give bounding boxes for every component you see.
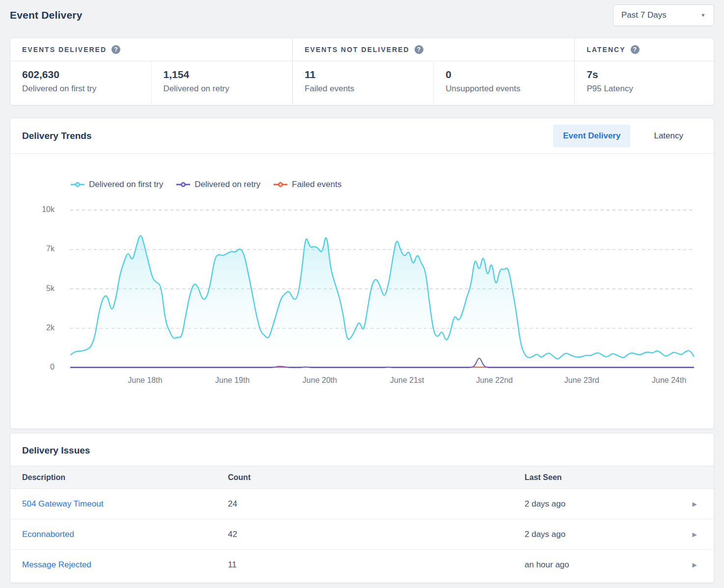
y-tick-label: 0 <box>50 363 55 372</box>
issue-description-link[interactable]: Econnaborted <box>22 530 228 539</box>
y-tick-label: 10k <box>42 205 55 214</box>
issue-last-seen: 2 days ago <box>525 530 687 539</box>
x-tick-label: June 22nd <box>460 376 529 385</box>
stat-group-1: EVENTS NOT DELIVERED?11Failed events0Uns… <box>292 38 574 105</box>
trends-chart-svg <box>70 209 694 369</box>
issues-table-body: 504 Gateway Timeout242 days ago▶Econnabo… <box>10 489 714 580</box>
x-tick-label: June 21st <box>373 376 442 385</box>
stat-cells: 11Failed events0Unsupported events <box>293 61 574 105</box>
y-axis: 02k5k7k10k <box>10 209 70 369</box>
chevron-down-icon: ▼ <box>700 13 706 18</box>
stat-label: Delivered on first try <box>22 84 151 94</box>
delivery-issues-card: Delivery Issues Description Count Last S… <box>10 433 714 583</box>
issues-table-header: Description Count Last Seen <box>10 466 714 489</box>
stat-value: 1,154 <box>164 69 293 80</box>
legend-marker-icon <box>176 182 191 187</box>
stat-label: Delivered on retry <box>164 84 293 94</box>
help-icon[interactable]: ? <box>415 45 423 54</box>
page-title: Event Delivery <box>10 9 83 21</box>
x-tick-label: June 24th <box>635 376 703 385</box>
y-tick-label: 7k <box>46 244 55 253</box>
stat-group-label: EVENTS DELIVERED <box>22 46 107 53</box>
trends-header: Delivery Trends Event DeliveryLatency <box>10 118 714 154</box>
stat-cell: 1,154Delivered on retry <box>151 61 293 105</box>
stats-summary-card: EVENTS DELIVERED?602,630Delivered on fir… <box>10 38 714 106</box>
column-count: Count <box>228 473 525 482</box>
chevron-right-icon[interactable]: ▶ <box>687 501 702 508</box>
stat-group-label: LATENCY <box>586 46 625 53</box>
stat-cells: 7sP95 Latency <box>575 61 714 105</box>
x-tick-label: June 20th <box>285 376 354 385</box>
stat-label: Failed events <box>305 84 433 94</box>
help-icon[interactable]: ? <box>631 45 640 54</box>
legend-label: Failed events <box>292 180 341 189</box>
legend-item-delivered-on-retry[interactable]: Delivered on retry <box>176 180 260 189</box>
x-tick-label: June 23rd <box>547 376 616 385</box>
issue-row[interactable]: Econnaborted422 days ago▶ <box>10 519 714 550</box>
column-last-seen: Last Seen <box>525 473 687 482</box>
stat-cell: 7sP95 Latency <box>575 61 714 105</box>
stat-value: 0 <box>446 69 574 80</box>
stat-group-header: EVENTS NOT DELIVERED? <box>293 38 574 61</box>
stat-group-0: EVENTS DELIVERED?602,630Delivered on fir… <box>10 38 292 105</box>
stat-cells: 602,630Delivered on first try1,154Delive… <box>10 61 292 105</box>
y-tick-label: 2k <box>46 323 55 332</box>
stat-value: 11 <box>305 69 433 80</box>
chevron-right-icon[interactable]: ▶ <box>687 531 702 538</box>
stat-label: Unsupported events <box>446 84 574 94</box>
issue-description-link[interactable]: 504 Gateway Timeout <box>22 499 228 509</box>
time-range-value: Past 7 Days <box>621 10 667 20</box>
page: Event Delivery Past 7 Days ▼ EVENTS DELI… <box>0 0 724 583</box>
x-tick-label: June 18th <box>111 376 179 385</box>
stat-group-header: EVENTS DELIVERED? <box>10 38 292 61</box>
tab-event-delivery[interactable]: Event Delivery <box>553 125 630 147</box>
trends-tab-group: Event DeliveryLatency <box>553 125 693 147</box>
help-icon[interactable]: ? <box>111 45 120 54</box>
issue-row[interactable]: 504 Gateway Timeout242 days ago▶ <box>10 489 714 519</box>
chart-area: 02k5k7k10k June 18thJune 19thJune 20thJu… <box>10 209 714 395</box>
issue-last-seen: 2 days ago <box>525 499 687 509</box>
chart-legend: Delivered on first tryDelivered on retry… <box>70 178 714 191</box>
trends-chart <box>70 209 694 369</box>
issue-count: 24 <box>228 499 525 509</box>
x-tick-label: June 19th <box>198 376 267 385</box>
issue-last-seen: an hour ago <box>525 560 687 570</box>
stat-label: P95 Latency <box>586 84 714 94</box>
delivery-trends-card: Delivery Trends Event DeliveryLatency De… <box>10 118 714 429</box>
legend-marker-icon <box>70 182 85 187</box>
issue-row[interactable]: Message Rejected11an hour ago▶ <box>10 550 714 580</box>
issue-count: 11 <box>228 560 525 570</box>
stat-value: 602,630 <box>22 69 151 80</box>
issue-count: 42 <box>228 530 525 539</box>
stat-cell: 11Failed events <box>293 61 433 105</box>
legend-label: Delivered on first try <box>89 180 163 189</box>
stat-value: 7s <box>586 69 714 80</box>
trends-title: Delivery Trends <box>22 131 92 141</box>
legend-item-failed-events[interactable]: Failed events <box>273 180 341 189</box>
legend-marker-icon <box>273 182 288 187</box>
stat-group-2: LATENCY?7sP95 Latency <box>574 38 714 105</box>
x-axis: June 18thJune 19thJune 20thJune 21stJune… <box>70 376 694 388</box>
y-tick-label: 5k <box>46 284 55 293</box>
stat-cell: 0Unsupported events <box>433 61 574 105</box>
stat-group-header: LATENCY? <box>575 38 714 61</box>
time-range-dropdown[interactable]: Past 7 Days ▼ <box>613 4 714 26</box>
legend-item-delivered-on-first-try[interactable]: Delivered on first try <box>70 180 163 189</box>
issue-description-link[interactable]: Message Rejected <box>22 560 228 570</box>
stat-group-label: EVENTS NOT DELIVERED <box>305 46 409 53</box>
tab-latency[interactable]: Latency <box>644 125 693 147</box>
column-description: Description <box>22 473 228 482</box>
legend-label: Delivered on retry <box>195 180 260 189</box>
series-area-first-try <box>70 236 694 368</box>
stat-cell: 602,630Delivered on first try <box>10 61 151 105</box>
topbar: Event Delivery Past 7 Days ▼ <box>10 3 714 27</box>
chevron-right-icon[interactable]: ▶ <box>687 561 702 568</box>
issues-title: Delivery Issues <box>22 445 702 456</box>
